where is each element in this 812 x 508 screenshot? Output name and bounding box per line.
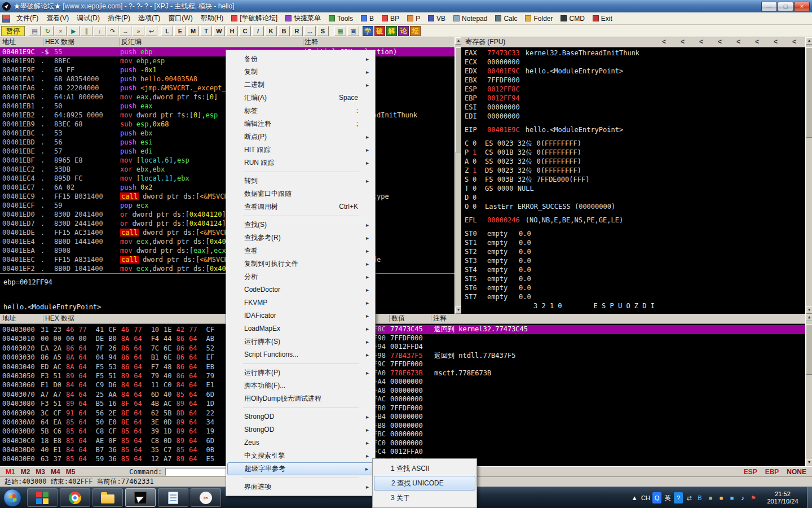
- context-menu-item[interactable]: 查看调用树Ctrl+K: [227, 200, 374, 213]
- toolbar-button-icon[interactable]: ▤: [29, 26, 41, 36]
- toolbar-button-icon[interactable]: »: [133, 26, 144, 36]
- toolbar-button-icon[interactable]: ↩: [145, 26, 157, 36]
- flag-row[interactable]: C0ES 0023 32位 0(FFFFFFFF): [465, 139, 805, 148]
- disasm-header-hex[interactable]: HEX 数据: [45, 37, 74, 47]
- memory-tab[interactable]: M1: [6, 468, 15, 476]
- fpu-row[interactable]: ST7empty0.0: [465, 292, 805, 301]
- memory-tab[interactable]: M4: [51, 468, 60, 476]
- toolbar-view-button[interactable]: L: [161, 26, 173, 36]
- scroll-down-icon[interactable]: ▼: [806, 306, 812, 314]
- disasm-header-comment[interactable]: 注释: [304, 37, 318, 47]
- toolbar-view-button[interactable]: B: [278, 26, 290, 36]
- register-row[interactable]: EBX7FFDF000: [465, 76, 805, 85]
- scroll-up-icon[interactable]: ▲: [806, 37, 812, 45]
- menubar-item[interactable]: CMD: [557, 12, 588, 24]
- efl-row[interactable]: EFL00000246(NO,NB,E,BE,NS,PE,GE,LE): [465, 216, 805, 225]
- panel-collapse-arrow[interactable]: <: [774, 37, 778, 47]
- disasm-scrollbar[interactable]: ▲ ▼: [454, 37, 461, 314]
- toolbar-view-button[interactable]: M: [187, 26, 199, 36]
- panel-collapse-arrow[interactable]: <: [736, 37, 740, 47]
- toolbar-view-button[interactable]: C: [239, 26, 251, 36]
- close-button[interactable]: ×: [794, 2, 810, 11]
- register-row[interactable]: ESI00000000: [465, 103, 805, 112]
- site-logo-tile[interactable]: 论: [398, 26, 409, 36]
- context-menu-item[interactable]: 查找参考(R)▸: [227, 231, 374, 244]
- eip-row[interactable]: EIP00401E9Chello.<ModuleEntryPoint>: [465, 125, 805, 134]
- stack-scrollbar[interactable]: ▲ ▼: [805, 314, 812, 466]
- toolbar-button-icon[interactable]: ↷: [107, 26, 118, 36]
- context-menu-item[interactable]: 标签:: [227, 104, 374, 117]
- context-menu-item[interactable]: Zeus▸: [227, 436, 374, 449]
- menubar-item[interactable]: Calc: [491, 12, 521, 24]
- context-menu-item[interactable]: 用OllyDump脱壳调试进程: [227, 392, 374, 405]
- fpu-row[interactable]: ST1empty0.0: [465, 238, 805, 247]
- menubar-item[interactable]: 插件(P): [104, 12, 134, 24]
- context-menu-item[interactable]: RUN 跟踪▸: [227, 156, 374, 169]
- context-menu-item[interactable]: 查看▸: [227, 244, 374, 257]
- memory-tab[interactable]: M5: [66, 468, 76, 476]
- stack-header-comment[interactable]: 注释: [433, 314, 447, 323]
- site-logo-tile[interactable]: 学: [363, 26, 373, 36]
- flag-row[interactable]: T0GS 0000 NULL: [465, 184, 805, 193]
- context-menu-item[interactable]: FKVMP▸: [227, 296, 374, 309]
- menubar-item[interactable]: 快捷菜单: [281, 12, 325, 24]
- tray-icon[interactable]: 英: [663, 492, 672, 503]
- tray-icon[interactable]: ▲: [630, 492, 639, 503]
- context-menu-item[interactable]: 超级字串参考▸: [227, 462, 374, 475]
- flag-row[interactable]: S0FS 003B 32位 7FFDE000(FFF): [465, 175, 805, 184]
- stack-row[interactable]: FA0778E673Bmsctf.778E673B: [371, 369, 805, 378]
- stack-trace-flag[interactable]: EBP: [765, 468, 779, 476]
- flag-row[interactable]: D0: [465, 193, 805, 202]
- stack-row[interactable]: FA800000000: [371, 387, 805, 396]
- context-menu-item[interactable]: 备份▸: [227, 52, 374, 65]
- tray-icon[interactable]: ?: [674, 492, 683, 503]
- dump-header-address[interactable]: 地址: [2, 314, 16, 323]
- toolbar-view-button[interactable]: H: [226, 26, 238, 36]
- context-menu-item[interactable]: LoadMapEx▸: [227, 322, 374, 335]
- scroll-up-icon[interactable]: ▲: [806, 314, 812, 321]
- scroll-thumb[interactable]: [806, 47, 812, 138]
- scroll-down-icon[interactable]: ▼: [806, 459, 812, 466]
- panel-collapse-arrow[interactable]: <: [681, 37, 685, 47]
- context-menu-item[interactable]: CodeDoctor▸: [227, 283, 374, 296]
- menubar-item[interactable]: 文件(F): [12, 12, 42, 24]
- toolbar-plugin-icon[interactable]: ▣: [347, 26, 359, 36]
- context-menu-item[interactable]: 脚本功能(F)...: [227, 379, 374, 392]
- stack-row[interactable]: F907FFDF000: [371, 334, 805, 343]
- panel-collapse-arrow[interactable]: <: [792, 37, 796, 47]
- toolbar-button-icon[interactable]: ↻: [42, 26, 54, 36]
- site-logo-tile[interactable]: 坛: [410, 26, 421, 36]
- stack-row[interactable]: FC40012FFA0: [371, 448, 805, 457]
- taskbar-app-squares[interactable]: [27, 488, 58, 507]
- menubar-item[interactable]: 查看(V): [42, 12, 73, 24]
- toolbar-view-button[interactable]: /: [252, 26, 264, 36]
- site-logo-tile[interactable]: 解: [386, 26, 397, 36]
- maximize-button[interactable]: □: [778, 2, 793, 11]
- register-row[interactable]: ECX00000000: [465, 58, 805, 67]
- panel-collapse-arrow[interactable]: <: [755, 37, 759, 47]
- menubar-item[interactable]: 帮助(H): [197, 12, 228, 24]
- toolbar-view-button[interactable]: K: [265, 26, 277, 36]
- tray-icon[interactable]: CH: [641, 492, 651, 503]
- submenu-item[interactable]: 2 查找 UNICODE: [374, 476, 475, 491]
- register-row[interactable]: EDX00401E9Chello.<ModuleEntryPoint>: [465, 67, 805, 76]
- menubar-item[interactable]: 窗口(W): [164, 12, 196, 24]
- fpu-row[interactable]: ST6empty0.0: [465, 283, 805, 292]
- context-menu-item[interactable]: HIT 跟踪▸: [227, 143, 374, 156]
- tray-icon[interactable]: Q: [652, 492, 661, 503]
- stack-trace-flag[interactable]: NONE: [787, 468, 806, 476]
- registers-scrollbar[interactable]: ▲ ▼: [805, 37, 812, 314]
- taskbar-app-chrome[interactable]: [60, 488, 90, 507]
- stack-row[interactable]: FC000000000: [371, 439, 805, 448]
- panel-collapse-arrow[interactable]: <: [699, 37, 703, 47]
- stack-row[interactable]: F940012FFD4: [371, 343, 805, 352]
- toolbar-plugin-icon[interactable]: ▦: [334, 26, 346, 36]
- context-menu-item[interactable]: 运行脚本(P)▸: [227, 366, 374, 379]
- tray-icon[interactable]: ■: [706, 492, 715, 503]
- toolbar-view-button[interactable]: R: [291, 26, 303, 36]
- toolbar-button-icon[interactable]: ↓: [94, 26, 105, 36]
- show-desktop-button[interactable]: [807, 487, 812, 508]
- context-menu-item[interactable]: 数据窗口中跟随: [227, 187, 374, 200]
- tray-icon[interactable]: ■: [717, 492, 726, 503]
- flag-row[interactable]: Z1DS 0023 32位 0(FFFFFFFF): [465, 166, 805, 175]
